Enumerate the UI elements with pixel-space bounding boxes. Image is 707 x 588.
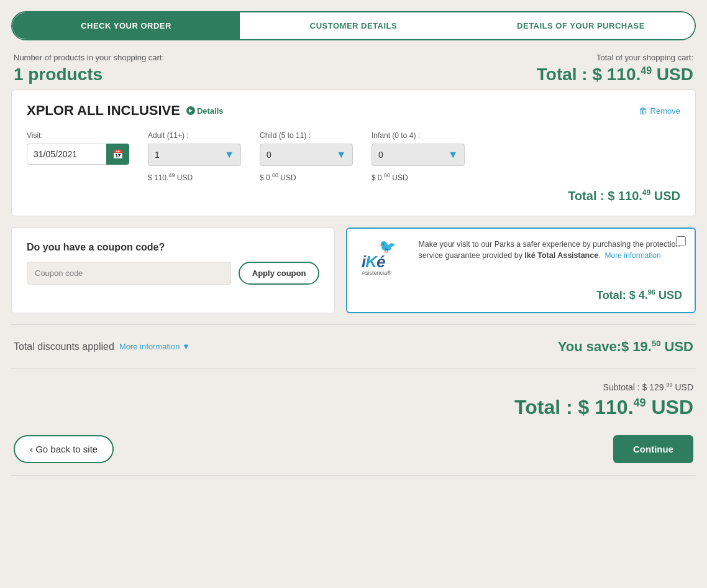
savings-value: You save:$ 19.50 USD [558, 339, 693, 355]
product-card: XPLOR ALL INCLUSIVE ► Details 🗑 Remove V… [11, 90, 696, 216]
summary-header: Number of products in your shopping cart… [11, 53, 696, 85]
asistencia-text: Asistencia® [362, 270, 391, 276]
visit-input-row: 📅 [27, 144, 129, 165]
ike-logo-area: 🐦 iKé Asistencia® [360, 239, 409, 282]
ike-more-info-link[interactable]: More information [605, 251, 661, 260]
visit-label: Visit: [27, 131, 129, 140]
product-total-row: Total : $ 110.49 USD [27, 188, 680, 203]
tab-check-order[interactable]: CHECK YOUR ORDER [12, 12, 240, 39]
details-link[interactable]: ► Details [186, 106, 224, 116]
tab-customer-details[interactable]: CUSTOMER DETAILS [240, 12, 467, 39]
child-field-group: Child (5 to 11) : 0 ▼ $ 0.00 USD [260, 131, 353, 182]
adult-price: $ 110.49 USD [148, 172, 241, 182]
infant-price: $ 0.00 USD [372, 172, 465, 182]
count-label: Number of products in your shopping cart… [14, 53, 164, 62]
main-content: Number of products in your shopping cart… [0, 40, 707, 495]
divider-bottom [11, 369, 696, 369]
cart-total-value: Total : $ 110.49 USD [537, 65, 693, 85]
trash-icon: 🗑 [639, 106, 647, 116]
count-value: 1 products [14, 65, 164, 85]
product-count-section: Number of products in your shopping cart… [14, 53, 164, 85]
child-chevron-icon: ▼ [336, 149, 346, 160]
infant-label: Infant (0 to 4) : [372, 131, 465, 140]
visit-date-input[interactable] [27, 144, 107, 165]
tab-purchase-details[interactable]: DETAILS OF YOUR PURCHASE [467, 12, 695, 39]
ike-content: 🐦 iKé Asistencia® Make your visit to our… [360, 239, 682, 282]
product-title: XPLOR ALL INCLUSIVE ► Details [27, 103, 224, 119]
infant-qty-select[interactable]: 0 ▼ [372, 144, 465, 166]
arrow-icon: ► [186, 106, 195, 115]
cart-total-section: Total of your shopping cart: Total : $ 1… [537, 53, 693, 85]
coupon-input-row: Apply coupon [27, 262, 319, 285]
apply-coupon-button[interactable]: Apply coupon [239, 262, 320, 285]
divider-footer [11, 475, 696, 476]
child-label: Child (5 to 11) : [260, 131, 353, 140]
adult-field-group: Adult (11+) : 1 ▼ $ 110.49 USD [148, 131, 241, 182]
bottom-row: ‹ Go back to site Continue [11, 425, 696, 469]
stepper: CHECK YOUR ORDER CUSTOMER DETAILS DETAIL… [11, 11, 696, 40]
coupon-ike-row: Do you have a coupon code? Apply coupon … [11, 227, 696, 313]
adult-chevron-icon: ▼ [224, 149, 234, 160]
adult-label: Adult (11+) : [148, 131, 241, 140]
ike-logo: 🐦 iKé Asistencia® [362, 239, 408, 282]
divider-top [11, 324, 696, 325]
ike-description: Make your visit to our Parks a safer exp… [418, 239, 682, 262]
ike-box: 🐦 iKé Asistencia® Make your visit to our… [346, 227, 696, 313]
discounts-label: Total discounts applied More information… [14, 341, 190, 352]
ike-logo-text: iKé [362, 252, 385, 272]
product-header: XPLOR ALL INCLUSIVE ► Details 🗑 Remove [27, 103, 680, 119]
remove-button[interactable]: 🗑 Remove [639, 106, 680, 116]
child-qty-select[interactable]: 0 ▼ [260, 144, 353, 166]
ike-total-value: Total: $ 4.96 USD [360, 288, 682, 302]
child-price: $ 0.00 USD [260, 172, 353, 182]
coupon-input[interactable] [27, 262, 231, 285]
product-total-value: Total : $ 110.49 USD [568, 188, 680, 203]
cart-total-label: Total of your shopping cart: [537, 53, 693, 62]
infant-field-group: Infant (0 to 4) : 0 ▼ $ 0.00 USD [372, 131, 465, 182]
discounts-row: Total discounts applied More information… [11, 331, 696, 362]
calendar-button[interactable]: 📅 [106, 144, 129, 165]
subtotal-row: Subtotal : $ 129.99 USD [14, 382, 693, 392]
ike-checkbox[interactable] [676, 236, 686, 246]
back-button[interactable]: ‹ Go back to site [14, 435, 114, 463]
subtotal-total-section: Subtotal : $ 129.99 USD Total : $ 110.49… [11, 375, 696, 425]
discounts-more-info[interactable]: More information ▼ [119, 342, 190, 351]
coupon-box: Do you have a coupon code? Apply coupon [11, 227, 335, 313]
product-fields: Visit: 📅 Adult (11+) : 1 ▼ $ 110.49 USD [27, 131, 680, 182]
continue-button[interactable]: Continue [613, 435, 693, 463]
grand-total-value: Total : $ 110.49 USD [14, 396, 693, 419]
infant-chevron-icon: ▼ [448, 149, 458, 160]
visit-field-group: Visit: 📅 [27, 131, 129, 165]
coupon-title: Do you have a coupon code? [27, 242, 319, 253]
adult-qty-select[interactable]: 1 ▼ [148, 144, 241, 166]
